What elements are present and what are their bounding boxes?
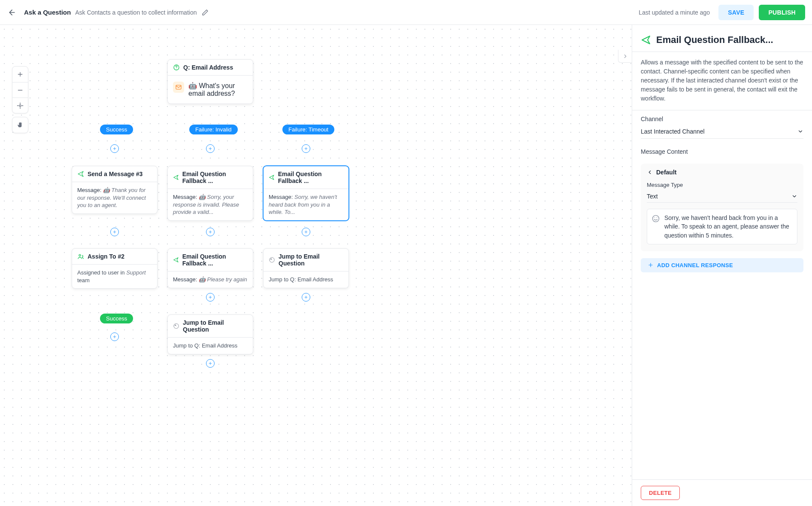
node-title: Jump to Email Question	[279, 253, 343, 267]
plus-icon	[648, 262, 654, 268]
channel-value: Last Interacted Channel	[641, 128, 705, 135]
svg-point-0	[19, 105, 21, 107]
back-button[interactable]	[7, 7, 17, 18]
add-step-button[interactable]	[110, 332, 119, 341]
publish-button[interactable]: PUBLISH	[759, 5, 805, 20]
zoom-in-button[interactable]	[12, 67, 28, 82]
fit-view-button[interactable]	[12, 98, 28, 113]
message-type-value: Text	[647, 193, 658, 200]
message-prefix: Message:	[269, 194, 293, 200]
add-step-button[interactable]	[302, 293, 310, 302]
pencil-icon	[202, 9, 209, 16]
panel-description: Allows a message with the specified cont…	[632, 52, 812, 110]
message-prefix: Message:	[77, 187, 101, 193]
message-body-input[interactable]: Sorry, we haven't heard back from you in…	[647, 209, 797, 244]
delete-button[interactable]: DELETE	[641, 486, 680, 500]
send-icon	[173, 174, 179, 181]
add-step-button[interactable]	[206, 359, 215, 368]
node-assign-to-2[interactable]: Assign To #2 Assigned to user in Support…	[72, 248, 158, 289]
node-email-question[interactable]: Q: Email Address 🤖 What's your email add…	[167, 59, 253, 104]
node-body: 🤖 What's your email address?	[188, 82, 248, 98]
send-icon	[173, 256, 179, 263]
add-channel-response-label: ADD CHANNEL RESPONSE	[657, 262, 733, 268]
details-panel: Email Question Fallback... Allows a mess…	[632, 25, 812, 506]
add-step-button[interactable]	[110, 144, 119, 153]
jump-icon	[173, 323, 179, 329]
channel-label: Channel	[641, 116, 803, 122]
node-title: Email Question Fallback ...	[278, 171, 343, 184]
page-title: Ask a Question	[24, 9, 71, 16]
edit-title-button[interactable]	[202, 9, 209, 16]
node-body: 🤖 Please try again	[199, 276, 247, 283]
zoom-out-button[interactable]	[12, 82, 28, 98]
jump-icon	[269, 256, 275, 263]
send-icon	[269, 174, 275, 181]
default-toggle[interactable]: Default	[647, 169, 797, 176]
minus-icon	[17, 87, 24, 94]
message-content-label: Message Content	[641, 148, 803, 155]
node-body: Jump to Q: Email Address	[269, 276, 333, 283]
send-icon	[77, 171, 84, 177]
plus-icon	[17, 71, 24, 78]
node-fallback-tryagain[interactable]: Email Question Fallback ... Message: 🤖 P…	[167, 248, 253, 288]
default-label: Default	[656, 169, 676, 176]
channel-select[interactable]: Last Interacted Channel	[641, 124, 803, 139]
node-jump-email-question-2[interactable]: Jump to Email Question Jump to Q: Email …	[167, 314, 253, 354]
node-send-message-3[interactable]: Send a Message #3 Message: 🤖 Thank you f…	[72, 166, 158, 214]
svg-point-3	[79, 254, 81, 256]
send-icon	[641, 35, 651, 45]
node-fallback-timeout[interactable]: Email Question Fallback ... Message: Sor…	[263, 166, 349, 221]
add-step-button[interactable]	[302, 228, 310, 236]
message-prefix: Message:	[173, 276, 197, 283]
arrow-left-icon	[8, 8, 16, 17]
add-step-button[interactable]	[206, 228, 215, 236]
emoji-picker-button[interactable]	[651, 214, 660, 223]
node-title: Email Question Fallback ...	[182, 253, 248, 267]
hand-icon	[17, 122, 24, 128]
canvas-tools	[12, 66, 28, 133]
node-jump-email-question-1[interactable]: Jump to Email Question Jump to Q: Email …	[263, 248, 349, 288]
add-channel-response-button[interactable]: ADD CHANNEL RESPONSE	[641, 258, 803, 272]
node-title: Assign To #2	[88, 253, 124, 260]
mail-icon	[173, 82, 184, 93]
node-body: Jump to Q: Email Address	[173, 342, 237, 349]
chevron-down-icon	[797, 128, 803, 134]
add-step-button[interactable]	[206, 144, 215, 153]
node-title: Send a Message #3	[88, 171, 142, 177]
pill-success-2[interactable]: Success	[100, 314, 133, 323]
chevron-down-icon	[791, 193, 797, 199]
node-title: Email Question Fallback ...	[182, 171, 248, 184]
add-step-button[interactable]	[110, 228, 119, 236]
pill-failure-invalid[interactable]: Failure: Invalid	[189, 125, 238, 134]
topbar: Ask a Question Ask Contacts a question t…	[0, 0, 812, 25]
assign-prefix: Assigned to user in	[77, 269, 126, 276]
users-icon	[77, 253, 84, 260]
chevron-right-icon	[622, 53, 628, 59]
pill-success[interactable]: Success	[100, 125, 133, 134]
page-subtitle: Ask Contacts a question to collect infor…	[75, 9, 197, 16]
canvas[interactable]: Q: Email Address 🤖 What's your email add…	[0, 25, 632, 506]
node-fallback-invalid[interactable]: Email Question Fallback ... Message: 🤖 S…	[167, 166, 253, 221]
assign-team: Support	[126, 269, 146, 276]
default-section: Default Message Type Text Sorry, we have…	[641, 164, 803, 251]
node-title: Q: Email Address	[183, 64, 233, 71]
pill-failure-timeout[interactable]: Failure: Timeout	[282, 125, 334, 134]
last-updated-label: Last updated a minute ago	[639, 9, 710, 16]
panel-title: Email Question Fallback...	[656, 34, 773, 46]
add-step-button[interactable]	[302, 144, 310, 153]
message-prefix: Message:	[173, 194, 197, 200]
add-step-button[interactable]	[206, 293, 215, 302]
target-icon	[17, 102, 24, 109]
question-icon	[173, 64, 180, 71]
svg-point-4	[653, 216, 659, 222]
message-type-select[interactable]: Text	[647, 190, 797, 203]
smile-icon	[651, 214, 660, 223]
collapse-panel-button[interactable]	[618, 50, 632, 63]
message-type-label: Message Type	[647, 182, 797, 188]
save-button[interactable]: SAVE	[718, 5, 754, 20]
chevron-down-icon	[647, 169, 653, 175]
message-body-text: Sorry, we haven't heard back from you in…	[664, 213, 793, 240]
node-title: Jump to Email Question	[183, 319, 248, 333]
assign-suffix: team	[77, 277, 90, 283]
pan-tool-button[interactable]	[12, 117, 28, 133]
